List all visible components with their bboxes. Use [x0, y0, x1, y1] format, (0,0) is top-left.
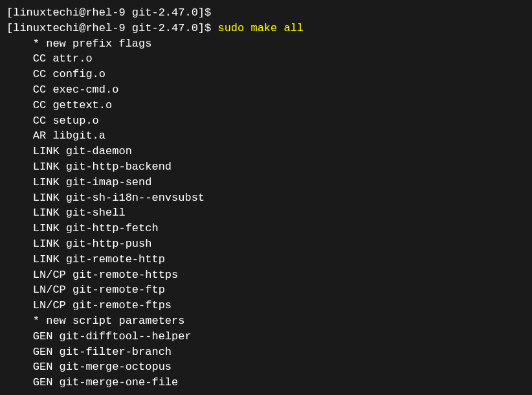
output-line: LINK git-sh-i18n--envsubst: [6, 190, 526, 206]
output-line: * new prefix flags: [6, 36, 526, 52]
output-line: LN/CP git-remote-https: [6, 267, 526, 283]
shell-prompt: [linuxtechi@rhel-9 git-2.47.0]$: [6, 22, 217, 34]
output-line: GEN git-merge-octopus: [6, 359, 526, 375]
output-line: LINK git-http-backend: [6, 159, 526, 175]
output-line: LINK git-shell: [6, 205, 526, 221]
output-line: AR libgit.a: [6, 128, 526, 144]
output-line: LINK git-daemon: [6, 144, 526, 159]
output-line: GEN git-merge-one-file: [6, 375, 526, 390]
output-container: * new prefix flags CC attr.o CC config.o…: [6, 36, 526, 390]
output-line: CC config.o: [6, 67, 526, 82]
output-line: LINK git-imap-send: [6, 175, 526, 190]
output-line: LN/CP git-remote-ftps: [6, 298, 526, 313]
output-line: * new script parameters: [6, 313, 526, 329]
output-line: CC exec-cmd.o: [6, 82, 526, 98]
output-line: CC setup.o: [6, 113, 526, 129]
output-line: CC attr.o: [6, 51, 526, 67]
output-line: GEN git-filter-branch: [6, 344, 526, 360]
output-line: GEN git-difftool--helper: [6, 329, 526, 344]
output-line: LINK git-remote-http: [6, 252, 526, 267]
output-line: LN/CP git-remote-ftp: [6, 282, 526, 298]
output-line: CC gettext.o: [6, 98, 526, 113]
command-text: sudo make all: [217, 22, 304, 34]
terminal-output: [linuxtechi@rhel-9 git-2.47.0]$ [linuxte…: [6, 5, 526, 390]
output-line: LINK git-http-fetch: [6, 221, 526, 236]
shell-prompt: [linuxtechi@rhel-9 git-2.47.0]$: [6, 6, 211, 19]
output-line: LINK git-http-push: [6, 236, 526, 252]
prompt-line-empty: [linuxtechi@rhel-9 git-2.47.0]$: [6, 5, 526, 21]
prompt-line-command[interactable]: [linuxtechi@rhel-9 git-2.47.0]$ sudo mak…: [6, 21, 526, 36]
